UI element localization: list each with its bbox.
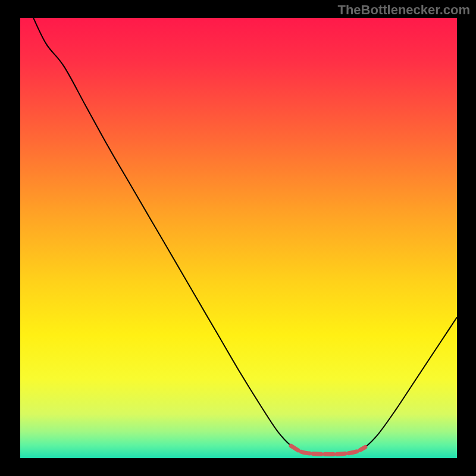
watermark-text: TheBottlenecker.com (337, 2, 470, 18)
chart-plot (0, 0, 476, 476)
chart-container: TheBottlenecker.com (0, 0, 476, 476)
plot-area (20, 18, 457, 458)
